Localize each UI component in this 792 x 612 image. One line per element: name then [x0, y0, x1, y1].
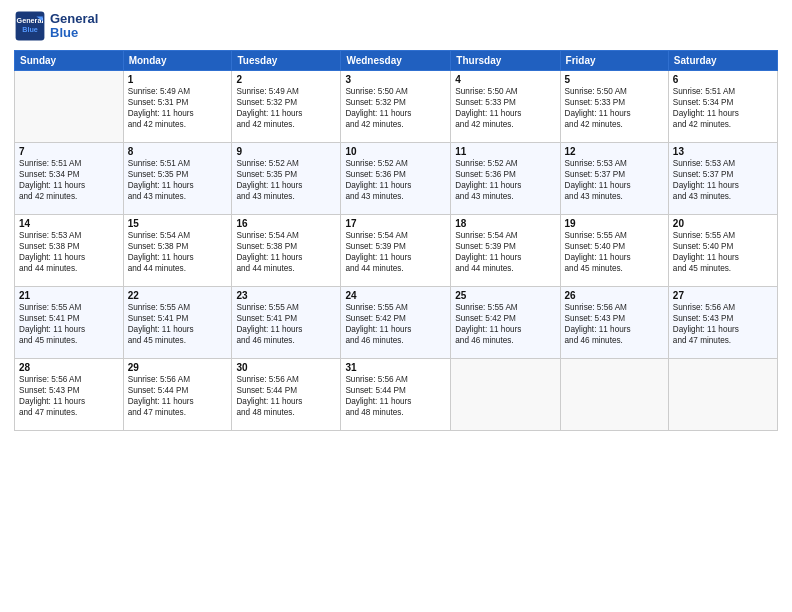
calendar-cell: 12Sunrise: 5:53 AMSunset: 5:37 PMDayligh… [560, 143, 668, 215]
day-number: 8 [128, 146, 228, 157]
calendar-cell: 1Sunrise: 5:49 AMSunset: 5:31 PMDaylight… [123, 71, 232, 143]
day-number: 24 [345, 290, 446, 301]
day-info: Sunrise: 5:55 AMSunset: 5:41 PMDaylight:… [236, 302, 336, 346]
calendar-cell: 23Sunrise: 5:55 AMSunset: 5:41 PMDayligh… [232, 287, 341, 359]
calendar-cell: 26Sunrise: 5:56 AMSunset: 5:43 PMDayligh… [560, 287, 668, 359]
day-info: Sunrise: 5:51 AMSunset: 5:34 PMDaylight:… [19, 158, 119, 202]
day-number: 10 [345, 146, 446, 157]
calendar-cell: 27Sunrise: 5:56 AMSunset: 5:43 PMDayligh… [668, 287, 777, 359]
day-number: 18 [455, 218, 555, 229]
day-info: Sunrise: 5:55 AMSunset: 5:42 PMDaylight:… [455, 302, 555, 346]
logo-text-general: General [50, 12, 98, 26]
day-number: 5 [565, 74, 664, 85]
logo: General Blue General Blue [14, 10, 98, 42]
day-number: 2 [236, 74, 336, 85]
week-row-1: 1Sunrise: 5:49 AMSunset: 5:31 PMDaylight… [15, 71, 778, 143]
day-info: Sunrise: 5:52 AMSunset: 5:36 PMDaylight:… [455, 158, 555, 202]
day-number: 14 [19, 218, 119, 229]
day-info: Sunrise: 5:56 AMSunset: 5:44 PMDaylight:… [236, 374, 336, 418]
calendar-cell: 16Sunrise: 5:54 AMSunset: 5:38 PMDayligh… [232, 215, 341, 287]
day-number: 26 [565, 290, 664, 301]
logo-icon: General Blue [14, 10, 46, 42]
day-info: Sunrise: 5:56 AMSunset: 5:44 PMDaylight:… [128, 374, 228, 418]
svg-text:Blue: Blue [22, 25, 38, 34]
calendar-cell: 10Sunrise: 5:52 AMSunset: 5:36 PMDayligh… [341, 143, 451, 215]
day-info: Sunrise: 5:49 AMSunset: 5:32 PMDaylight:… [236, 86, 336, 130]
calendar-cell: 28Sunrise: 5:56 AMSunset: 5:43 PMDayligh… [15, 359, 124, 431]
days-header-row: SundayMondayTuesdayWednesdayThursdayFrid… [15, 51, 778, 71]
day-number: 20 [673, 218, 773, 229]
week-row-2: 7Sunrise: 5:51 AMSunset: 5:34 PMDaylight… [15, 143, 778, 215]
logo-text-blue: Blue [50, 26, 98, 40]
day-info: Sunrise: 5:55 AMSunset: 5:42 PMDaylight:… [345, 302, 446, 346]
day-info: Sunrise: 5:50 AMSunset: 5:33 PMDaylight:… [565, 86, 664, 130]
day-info: Sunrise: 5:55 AMSunset: 5:41 PMDaylight:… [19, 302, 119, 346]
calendar-cell: 7Sunrise: 5:51 AMSunset: 5:34 PMDaylight… [15, 143, 124, 215]
day-info: Sunrise: 5:51 AMSunset: 5:34 PMDaylight:… [673, 86, 773, 130]
week-row-4: 21Sunrise: 5:55 AMSunset: 5:41 PMDayligh… [15, 287, 778, 359]
day-number: 9 [236, 146, 336, 157]
calendar-cell: 25Sunrise: 5:55 AMSunset: 5:42 PMDayligh… [451, 287, 560, 359]
day-number: 3 [345, 74, 446, 85]
day-number: 11 [455, 146, 555, 157]
day-info: Sunrise: 5:55 AMSunset: 5:41 PMDaylight:… [128, 302, 228, 346]
day-number: 16 [236, 218, 336, 229]
day-info: Sunrise: 5:53 AMSunset: 5:37 PMDaylight:… [673, 158, 773, 202]
week-row-5: 28Sunrise: 5:56 AMSunset: 5:43 PMDayligh… [15, 359, 778, 431]
day-number: 6 [673, 74, 773, 85]
calendar-cell: 29Sunrise: 5:56 AMSunset: 5:44 PMDayligh… [123, 359, 232, 431]
calendar-cell [15, 71, 124, 143]
day-number: 19 [565, 218, 664, 229]
calendar-cell: 9Sunrise: 5:52 AMSunset: 5:35 PMDaylight… [232, 143, 341, 215]
day-info: Sunrise: 5:53 AMSunset: 5:38 PMDaylight:… [19, 230, 119, 274]
calendar-table: SundayMondayTuesdayWednesdayThursdayFrid… [14, 50, 778, 431]
day-header-wednesday: Wednesday [341, 51, 451, 71]
day-header-tuesday: Tuesday [232, 51, 341, 71]
day-number: 28 [19, 362, 119, 373]
calendar-cell: 18Sunrise: 5:54 AMSunset: 5:39 PMDayligh… [451, 215, 560, 287]
calendar-cell: 5Sunrise: 5:50 AMSunset: 5:33 PMDaylight… [560, 71, 668, 143]
day-number: 25 [455, 290, 555, 301]
day-number: 17 [345, 218, 446, 229]
day-info: Sunrise: 5:54 AMSunset: 5:39 PMDaylight:… [455, 230, 555, 274]
day-info: Sunrise: 5:49 AMSunset: 5:31 PMDaylight:… [128, 86, 228, 130]
day-header-thursday: Thursday [451, 51, 560, 71]
day-number: 21 [19, 290, 119, 301]
day-info: Sunrise: 5:52 AMSunset: 5:36 PMDaylight:… [345, 158, 446, 202]
day-info: Sunrise: 5:55 AMSunset: 5:40 PMDaylight:… [565, 230, 664, 274]
day-number: 31 [345, 362, 446, 373]
calendar-cell: 31Sunrise: 5:56 AMSunset: 5:44 PMDayligh… [341, 359, 451, 431]
day-number: 13 [673, 146, 773, 157]
day-number: 15 [128, 218, 228, 229]
calendar-cell: 17Sunrise: 5:54 AMSunset: 5:39 PMDayligh… [341, 215, 451, 287]
day-header-monday: Monday [123, 51, 232, 71]
day-info: Sunrise: 5:50 AMSunset: 5:32 PMDaylight:… [345, 86, 446, 130]
day-number: 7 [19, 146, 119, 157]
day-info: Sunrise: 5:54 AMSunset: 5:38 PMDaylight:… [236, 230, 336, 274]
calendar-cell: 22Sunrise: 5:55 AMSunset: 5:41 PMDayligh… [123, 287, 232, 359]
day-number: 29 [128, 362, 228, 373]
calendar-cell: 24Sunrise: 5:55 AMSunset: 5:42 PMDayligh… [341, 287, 451, 359]
day-info: Sunrise: 5:55 AMSunset: 5:40 PMDaylight:… [673, 230, 773, 274]
calendar-cell: 19Sunrise: 5:55 AMSunset: 5:40 PMDayligh… [560, 215, 668, 287]
day-number: 27 [673, 290, 773, 301]
day-number: 30 [236, 362, 336, 373]
calendar-cell: 21Sunrise: 5:55 AMSunset: 5:41 PMDayligh… [15, 287, 124, 359]
day-header-saturday: Saturday [668, 51, 777, 71]
calendar-cell: 30Sunrise: 5:56 AMSunset: 5:44 PMDayligh… [232, 359, 341, 431]
day-number: 23 [236, 290, 336, 301]
day-info: Sunrise: 5:51 AMSunset: 5:35 PMDaylight:… [128, 158, 228, 202]
day-info: Sunrise: 5:56 AMSunset: 5:44 PMDaylight:… [345, 374, 446, 418]
day-info: Sunrise: 5:56 AMSunset: 5:43 PMDaylight:… [19, 374, 119, 418]
week-row-3: 14Sunrise: 5:53 AMSunset: 5:38 PMDayligh… [15, 215, 778, 287]
day-info: Sunrise: 5:56 AMSunset: 5:43 PMDaylight:… [673, 302, 773, 346]
calendar-cell: 15Sunrise: 5:54 AMSunset: 5:38 PMDayligh… [123, 215, 232, 287]
day-header-sunday: Sunday [15, 51, 124, 71]
calendar-cell [451, 359, 560, 431]
calendar-cell [560, 359, 668, 431]
day-info: Sunrise: 5:54 AMSunset: 5:39 PMDaylight:… [345, 230, 446, 274]
calendar-cell: 2Sunrise: 5:49 AMSunset: 5:32 PMDaylight… [232, 71, 341, 143]
day-info: Sunrise: 5:54 AMSunset: 5:38 PMDaylight:… [128, 230, 228, 274]
day-info: Sunrise: 5:56 AMSunset: 5:43 PMDaylight:… [565, 302, 664, 346]
day-info: Sunrise: 5:53 AMSunset: 5:37 PMDaylight:… [565, 158, 664, 202]
